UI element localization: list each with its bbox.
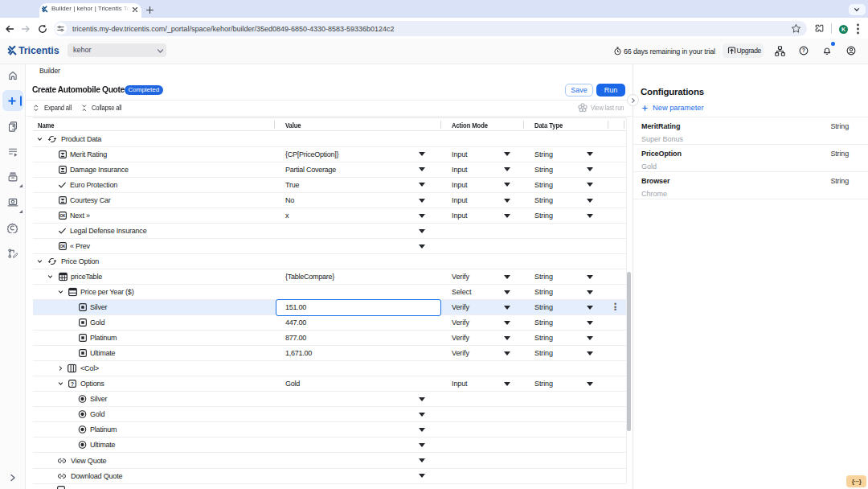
svg-text:OK: OK: [59, 214, 66, 218]
svg-text:OK: OK: [59, 244, 66, 249]
svg-text:?: ?: [802, 47, 805, 53]
svg-text:?: ?: [71, 381, 74, 387]
